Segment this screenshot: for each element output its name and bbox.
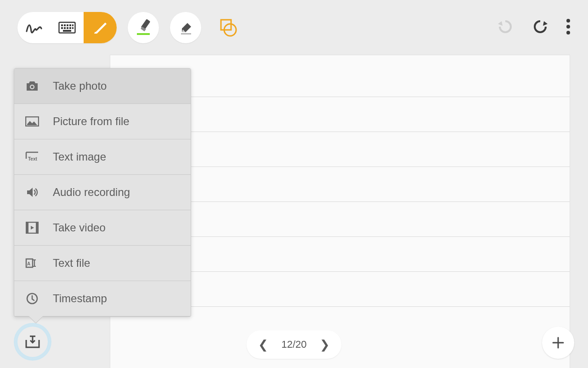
camera-icon [24, 80, 40, 92]
highlighter-tool[interactable] [128, 12, 159, 43]
eraser-icon [176, 18, 195, 37]
svg-rect-9 [69, 27, 71, 29]
keyboard-mode[interactable] [51, 12, 84, 43]
svg-rect-6 [61, 27, 63, 29]
clock-icon [24, 292, 40, 305]
svg-rect-3 [67, 24, 68, 26]
toolbar [0, 0, 588, 55]
svg-point-22 [31, 86, 34, 88]
menu-take-photo[interactable]: Take photo [14, 69, 191, 104]
insert-menu: Take photo Picture from file Text Text i… [14, 68, 191, 317]
menu-item-label: Text file [53, 257, 90, 270]
add-page-button[interactable] [542, 327, 574, 359]
highlighter-icon [133, 17, 153, 38]
svg-point-19 [566, 25, 570, 29]
undo-icon [496, 17, 514, 36]
svg-rect-26 [26, 222, 28, 233]
text-image-icon: Text [24, 151, 40, 162]
svg-rect-7 [64, 27, 66, 29]
svg-rect-1 [61, 24, 63, 26]
next-page-button[interactable]: ❯ [320, 338, 330, 352]
menu-item-label: Text image [53, 150, 106, 163]
menu-item-label: Timestamp [53, 292, 107, 305]
svg-point-18 [566, 19, 570, 23]
menu-item-label: Picture from file [53, 115, 130, 128]
svg-text:Text: Text [28, 156, 37, 161]
svg-rect-11 [63, 30, 71, 32]
shape-tool[interactable] [212, 12, 243, 43]
menu-take-video[interactable]: Take video [14, 210, 191, 246]
menu-item-label: Audio recording [53, 186, 130, 199]
pen-mode[interactable] [84, 12, 117, 43]
svg-rect-15 [181, 33, 191, 34]
mode-group [17, 12, 117, 43]
handwriting-icon [26, 21, 42, 34]
svg-rect-14 [137, 33, 150, 35]
svg-rect-5 [72, 24, 74, 26]
svg-rect-2 [64, 24, 66, 26]
keyboard-icon [58, 22, 76, 34]
redo-icon [531, 17, 549, 36]
video-icon [24, 222, 40, 234]
shape-icon [218, 18, 237, 37]
menu-item-label: Take photo [53, 80, 107, 92]
more-button[interactable] [566, 18, 571, 37]
menu-picture-from-file[interactable]: Picture from file [14, 104, 191, 139]
eraser-tool[interactable] [170, 12, 201, 43]
plus-icon [551, 336, 565, 350]
menu-text-image[interactable]: Text Text image [14, 139, 191, 175]
audio-icon [24, 186, 40, 198]
page-label: 12/20 [281, 339, 306, 351]
redo-button[interactable] [531, 17, 549, 38]
menu-text-file[interactable]: A Text file [14, 246, 191, 281]
svg-rect-27 [36, 222, 38, 233]
svg-text:A: A [27, 261, 30, 266]
insert-button[interactable] [16, 325, 50, 359]
handwriting-mode[interactable] [17, 12, 51, 43]
svg-point-20 [566, 31, 570, 34]
more-icon [566, 18, 571, 35]
svg-rect-8 [67, 27, 68, 29]
menu-item-label: Take video [53, 221, 106, 234]
svg-rect-10 [72, 27, 74, 29]
pen-icon [92, 20, 108, 35]
toolbar-right [496, 17, 571, 38]
insert-icon [24, 334, 41, 349]
picture-icon [24, 116, 40, 126]
prev-page-button[interactable]: ❮ [258, 338, 268, 352]
menu-timestamp[interactable]: Timestamp [14, 281, 191, 316]
page-indicator: ❮ 12/20 ❯ [246, 330, 341, 359]
undo-button[interactable] [496, 17, 514, 38]
text-file-icon: A [24, 257, 40, 269]
menu-audio-recording[interactable]: Audio recording [14, 175, 191, 210]
svg-rect-4 [69, 24, 71, 26]
